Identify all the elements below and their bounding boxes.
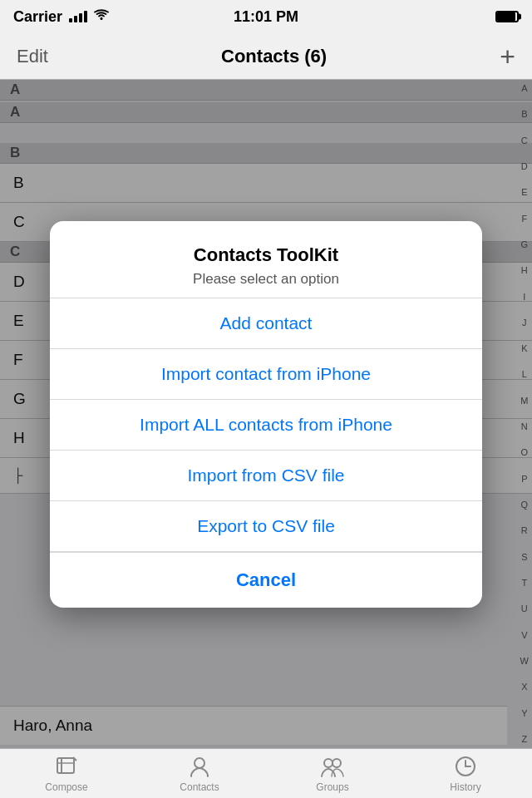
status-time: 11:01 PM [234, 8, 298, 26]
svg-point-6 [324, 759, 332, 767]
add-contact-button[interactable]: + [500, 43, 515, 70]
signal-bars-icon [69, 11, 87, 22]
nav-bar: Edit Contacts (6) + [0, 33, 532, 80]
compose-icon [54, 754, 79, 779]
groups-icon [320, 754, 345, 779]
svg-rect-1 [57, 758, 74, 773]
history-label: History [450, 781, 480, 793]
status-bar: Carrier 11:01 PM [0, 0, 532, 33]
add-contact-option[interactable]: Add contact [50, 298, 482, 349]
status-right [495, 11, 519, 22]
cancel-button[interactable]: Cancel [50, 552, 482, 608]
modal-subtitle: Please select an option [66, 271, 466, 288]
svg-point-7 [332, 759, 341, 767]
groups-label: Groups [316, 781, 348, 793]
tab-bar: Compose Contacts Groups [0, 748, 532, 798]
wifi-icon [94, 9, 109, 24]
edit-button[interactable]: Edit [17, 46, 48, 67]
import-csv-option[interactable]: Import from CSV file [50, 451, 482, 501]
svg-point-0 [101, 17, 103, 20]
status-left: Carrier [13, 8, 109, 26]
contacts-tab-label: Contacts [180, 781, 219, 793]
tab-contacts[interactable]: Contacts [133, 749, 266, 798]
contacts-icon [187, 754, 212, 779]
tab-history[interactable]: History [399, 749, 532, 798]
import-contact-iphone-option[interactable]: Import contact from iPhone [50, 349, 482, 400]
svg-point-5 [195, 758, 204, 768]
export-csv-option[interactable]: Export to CSV file [50, 501, 482, 552]
contacts-background: ABCDEFGHIJKLMNOPQRSTUVWXYZ A A B B C C D… [0, 80, 532, 748]
modal-header: Contacts ToolKit Please select an option [50, 221, 482, 298]
tab-compose[interactable]: Compose [0, 749, 133, 798]
battery-icon [495, 11, 519, 22]
history-icon [453, 754, 478, 779]
compose-label: Compose [45, 781, 87, 793]
modal-title: Contacts ToolKit [66, 244, 466, 266]
modal-overlay: Contacts ToolKit Please select an option… [0, 80, 532, 748]
import-all-contacts-iphone-option[interactable]: Import ALL contacts from iPhone [50, 400, 482, 451]
carrier-label: Carrier [13, 8, 62, 26]
modal-dialog: Contacts ToolKit Please select an option… [50, 221, 482, 608]
nav-title: Contacts (6) [221, 46, 327, 67]
tab-groups[interactable]: Groups [266, 749, 399, 798]
